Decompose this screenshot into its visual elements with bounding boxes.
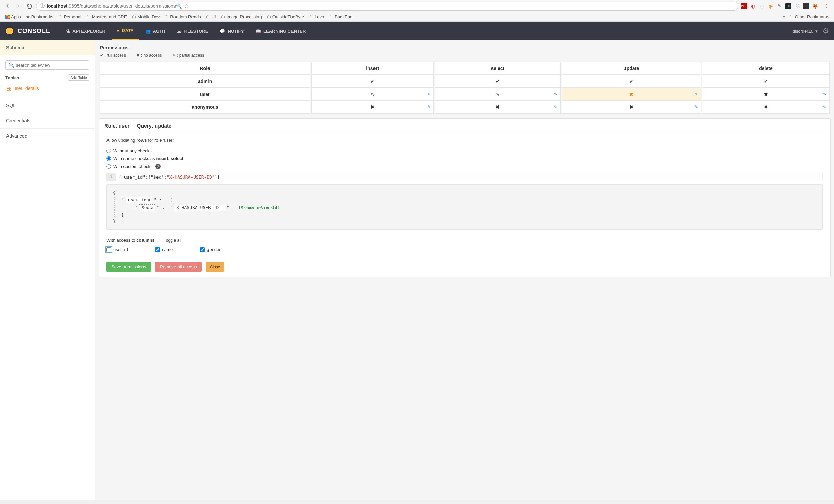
perm-cell[interactable]: ✖✎ — [702, 101, 830, 114]
edit-icon: ✎ — [496, 91, 500, 97]
help-icon[interactable]: ? — [155, 164, 161, 169]
bookmark-bookmarks[interactable]: ★ Bookmarks — [24, 14, 55, 20]
edit-pencil-icon[interactable]: ✎ — [554, 105, 557, 110]
bookmark-personal[interactable]: 🗀Personal — [57, 14, 83, 20]
checkbox[interactable] — [200, 247, 205, 252]
operator-select[interactable]: $eq ⇵ — [139, 204, 155, 211]
ext-icon-dark[interactable]: ⋯ — [803, 3, 809, 9]
star-icon[interactable]: ☆ — [184, 3, 189, 9]
bookmark-levo[interactable]: 🗀Levo — [307, 14, 326, 20]
table-name: user_details — [13, 86, 39, 91]
perm-cell[interactable]: ✖✎ — [435, 101, 561, 114]
bookmark-masters[interactable]: 🗀Masters and GRE — [85, 14, 128, 20]
bookmark-backend[interactable]: 🗀BackEnd — [328, 14, 354, 20]
edit-pencil-icon[interactable]: ✎ — [695, 105, 698, 110]
bookmark-apps[interactable]: Apps — [3, 14, 22, 20]
sidebar-link-advanced[interactable]: Advanced — [0, 128, 95, 144]
bookmark-mobile[interactable]: 🗀Mobile Dev — [130, 14, 161, 20]
info-icon: ⓘ — [40, 3, 45, 9]
x-icon: ✖ — [629, 104, 633, 110]
zoom-icon[interactable]: 🔍 — [176, 3, 182, 9]
user-dropdown[interactable]: disorder10 ▾ — [793, 29, 818, 34]
ext-icon-spinner[interactable]: ◌ — [759, 3, 765, 9]
ext-icon-react[interactable]: ⚛ — [785, 3, 791, 9]
field-select[interactable]: user_id ⇵ — [126, 197, 153, 203]
ext-icon-orange[interactable]: ◉ — [768, 3, 774, 9]
legend: ✔ : full access ✖ : no access ✎ : partia… — [99, 53, 831, 58]
bookmark-outside[interactable]: 🗀OutsideTheByte — [265, 14, 305, 20]
perm-cell[interactable]: ✎✎ — [435, 88, 561, 101]
edit-pencil-icon[interactable]: ✎ — [695, 92, 698, 97]
perm-cell[interactable]: ✔ — [702, 75, 830, 88]
other-bookmarks[interactable]: 🗀Other Bookmarks — [788, 14, 831, 20]
radio-without-checks[interactable]: Without any checks — [106, 147, 823, 155]
save-permissions-button[interactable]: Save permissions — [106, 262, 151, 272]
sidebar-table-user-details[interactable]: ▦ user_details — [5, 84, 89, 93]
menu-button[interactable]: ⋮ — [822, 2, 831, 10]
bookmark-random[interactable]: 🗀Random Reads — [163, 14, 202, 20]
column-checkbox-gender[interactable]: gender — [200, 247, 220, 252]
perm-cell[interactable]: ✔ — [562, 75, 701, 88]
column-checkbox-name[interactable]: name — [155, 247, 173, 252]
settings-gear-icon[interactable]: ⚙ — [822, 27, 829, 35]
brand[interactable]: CONSOLE — [5, 26, 50, 36]
toggle-all-link[interactable]: Toggle all — [164, 238, 181, 243]
folder-icon: 🗀 — [329, 14, 333, 19]
database-icon: ≡ — [117, 28, 120, 33]
extension-icons: ABP ◐ ◌ ◉ ✎ ⚛ ♡ ⋯ 🦊 — [741, 3, 820, 9]
checkbox[interactable] — [155, 247, 160, 252]
checkbox[interactable] — [106, 247, 111, 252]
ext-icon-fox[interactable]: 🦊 — [812, 3, 818, 9]
brand-logo-icon — [5, 26, 14, 36]
nav-learning[interactable]: 📖LEARNING CENTER — [250, 22, 311, 40]
folder-icon: 🗀 — [309, 14, 313, 19]
bookmarks-overflow[interactable]: » — [783, 14, 786, 19]
value-input[interactable]: X-HASURA-USER-ID — [174, 205, 225, 211]
bookmark-image[interactable]: 🗀Image Processing — [219, 14, 263, 20]
code-editor[interactable]: 1 {"user_id":{"$eq":"X-HASURA-USER-ID"}} — [106, 173, 823, 181]
back-button[interactable] — [3, 2, 12, 10]
radio-custom-check[interactable]: With custom check: ? — [106, 163, 823, 170]
th-role: Role — [100, 62, 310, 75]
nav-notify[interactable]: 💬NOTIFY — [214, 22, 249, 40]
close-button[interactable]: Close — [206, 262, 224, 272]
edit-pencil-icon[interactable]: ✎ — [427, 105, 431, 110]
nav-api-explorer[interactable]: ⚗API EXPLORER — [61, 22, 111, 40]
ext-icon-picker[interactable]: ✎ — [777, 3, 783, 9]
ext-icon-bulb[interactable]: ♡ — [794, 3, 800, 9]
select-arrows-icon: ⇵ — [150, 205, 153, 210]
search-input-wrap[interactable]: 🔍 — [5, 60, 89, 70]
edit-pencil-icon[interactable]: ✎ — [554, 92, 557, 97]
edit-pencil-icon[interactable]: ✎ — [427, 92, 431, 97]
check-icon: ✔ — [764, 79, 768, 84]
top-nav: CONSOLE ⚗API EXPLORER ≡DATA 👥AUTH ☁FILES… — [0, 22, 834, 40]
perm-cell[interactable]: ✖✎ — [562, 88, 701, 101]
forward-button[interactable] — [14, 2, 22, 10]
abp-icon[interactable]: ABP — [741, 3, 747, 9]
sidebar-link-credentials[interactable]: Credentials — [0, 113, 95, 128]
perm-cell[interactable]: ✔ — [311, 75, 434, 88]
perm-cell[interactable]: ✔ — [435, 75, 561, 88]
perm-cell[interactable]: ✎✎ — [311, 88, 434, 101]
browser-chrome: ⓘ localhost:9695/data/schema/tables/user… — [0, 0, 834, 22]
bookmark-ui[interactable]: 🗀UI — [204, 14, 217, 20]
sidebar-link-sql[interactable]: SQL — [0, 98, 95, 113]
panel-header: Role: user Query: update — [99, 119, 830, 133]
ext-icon-ublock[interactable]: ◐ — [750, 3, 756, 9]
remove-all-access-button[interactable]: Remove all access — [155, 262, 202, 272]
search-input[interactable] — [16, 63, 86, 68]
page-title: Permissions — [99, 44, 831, 53]
nav-data[interactable]: ≡DATA — [112, 22, 139, 40]
radio-same-checks[interactable]: With same checks as insert, select — [106, 155, 823, 163]
nav-filestore[interactable]: ☁FILESTORE — [171, 22, 214, 40]
perm-cell[interactable]: ✖✎ — [311, 101, 434, 114]
reload-button[interactable] — [25, 2, 33, 10]
add-table-button[interactable]: Add Table — [68, 74, 89, 81]
address-bar[interactable]: ⓘ localhost:9695/data/schema/tables/user… — [36, 2, 738, 11]
nav-auth[interactable]: 👥AUTH — [140, 22, 171, 40]
edit-pencil-icon[interactable]: ✎ — [823, 92, 827, 97]
edit-pencil-icon[interactable]: ✎ — [823, 105, 827, 110]
perm-cell[interactable]: ✖✎ — [702, 88, 830, 101]
perm-cell[interactable]: ✖✎ — [562, 101, 701, 114]
column-checkbox-user_id[interactable]: user_id — [106, 247, 128, 252]
